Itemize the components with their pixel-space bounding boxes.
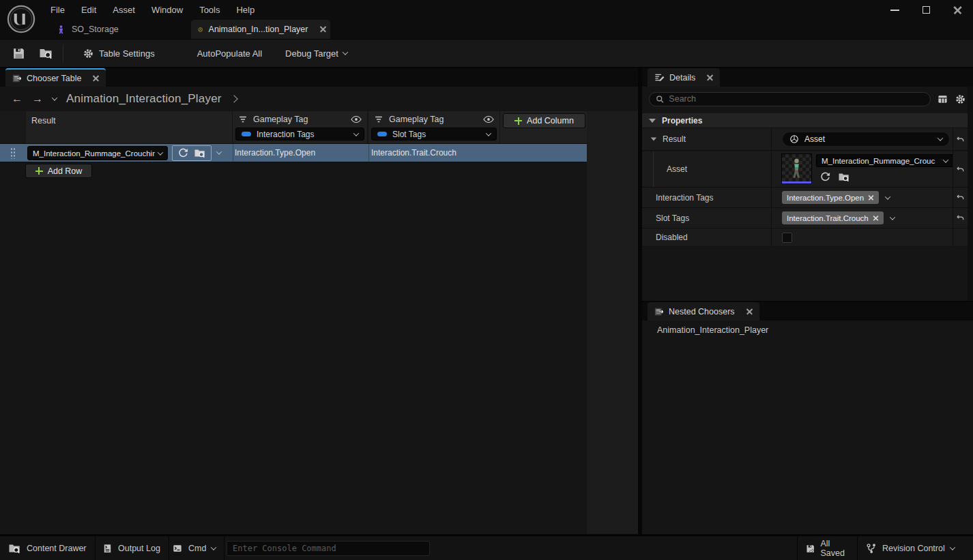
search-input[interactable]	[669, 94, 924, 104]
add-column-button[interactable]: Add Column	[503, 113, 585, 128]
gameplay-tag-column-1: Gameplay Tag Interaction Tags	[233, 111, 367, 143]
revert-icon[interactable]	[956, 213, 965, 222]
menu-file[interactable]: File	[42, 0, 73, 20]
menu-asset[interactable]: Asset	[104, 0, 143, 20]
minimize-icon	[890, 10, 899, 11]
nested-chooser-item[interactable]: Animation_Interaction_Player	[657, 325, 768, 335]
minimize-button[interactable]	[879, 0, 910, 20]
slot-tag-chip[interactable]: Interaction.Trait.Crouch	[782, 211, 884, 224]
row-tag-value-1: Interaction.Type.Open	[235, 148, 315, 158]
column-binding-dropdown[interactable]: Interaction Tags	[235, 128, 364, 141]
revert-icon[interactable]	[956, 135, 965, 144]
content-drawer-button[interactable]: Content Drawer	[0, 536, 96, 560]
menubar: File Edit Asset Window Tools Help	[42, 0, 263, 20]
asset-sphere-icon	[789, 134, 799, 144]
tab-chooser-table[interactable]: Chooser Table	[5, 68, 106, 87]
debug-target-label: Debug Target	[285, 48, 338, 59]
remove-tag-icon[interactable]	[873, 216, 878, 221]
revert-icon[interactable]	[956, 193, 965, 202]
titlebar: File Edit Asset Window Tools Help SO_Sto…	[0, 0, 973, 39]
search-input-wrapper	[649, 92, 931, 106]
slot-tags-label: Slot Tags	[656, 213, 689, 223]
chevron-down-icon	[938, 135, 943, 141]
result-type-dropdown[interactable]: Asset	[782, 132, 950, 147]
add-row-button[interactable]: Add Row	[25, 164, 92, 178]
tab-so-storage[interactable]: SO_Storage	[49, 20, 126, 39]
tab-details[interactable]: Details	[648, 68, 720, 87]
details-settings-gear-icon[interactable]	[955, 93, 966, 105]
autopopulate-all-button[interactable]: AutoPopulate All	[190, 43, 269, 63]
save-button[interactable]	[5, 43, 32, 63]
use-selected-asset-icon[interactable]	[819, 171, 831, 183]
chevron-down-icon	[158, 149, 163, 155]
save-status-icon	[806, 543, 815, 555]
search-icon	[656, 95, 664, 104]
all-saved-button[interactable]: All Saved	[797, 536, 857, 560]
disabled-checkbox[interactable]	[782, 233, 792, 243]
save-icon	[12, 47, 25, 60]
drag-handle-icon[interactable]	[10, 147, 16, 159]
table-row[interactable]: M_Interaction_Rummage_Crouchir Interacti…	[0, 143, 587, 162]
close-button[interactable]	[942, 0, 973, 20]
tab-animation-interaction-player[interactable]: Animation_In...tion_Player	[191, 20, 330, 39]
filter-icon	[238, 115, 248, 124]
filter-icon	[374, 115, 383, 124]
collapse-triangle-icon[interactable]	[651, 137, 657, 141]
eye-icon[interactable]	[483, 115, 494, 123]
row-expand-chevron-icon[interactable]	[216, 149, 222, 154]
cmd-dropdown-button[interactable]: Cmd	[164, 536, 224, 560]
collapse-triangle-icon	[649, 119, 656, 123]
revert-icon[interactable]	[956, 165, 965, 174]
asset-label: Asset	[667, 164, 687, 174]
chevron-down-icon[interactable]	[889, 214, 895, 220]
column-binding-label: Slot Tags	[392, 130, 426, 139]
interaction-tags-label: Interaction Tags	[656, 193, 714, 203]
menu-tools[interactable]: Tools	[191, 0, 228, 20]
properties-section-header[interactable]: Properties	[642, 113, 968, 128]
chevron-down-icon[interactable]	[885, 194, 890, 199]
asset-type-color-bar	[782, 181, 811, 183]
tab-nested-choosers[interactable]: Nested Choosers	[648, 302, 759, 321]
close-tab-icon[interactable]	[707, 74, 713, 80]
indent-guide	[653, 151, 654, 187]
nav-back-icon[interactable]: ←	[12, 93, 23, 105]
revision-control-button[interactable]: Revision Control	[857, 536, 973, 560]
history-chevron-icon[interactable]	[52, 95, 57, 100]
console-command-input[interactable]	[227, 541, 430, 556]
row-asset-dropdown[interactable]: M_Interaction_Rummage_Crouchir	[27, 146, 168, 160]
cmd-label: Cmd	[188, 544, 206, 553]
debug-target-dropdown[interactable]: Debug Target	[278, 43, 354, 63]
content-drawer-icon	[8, 543, 21, 554]
close-tab-icon[interactable]	[746, 308, 753, 314]
remove-tag-icon[interactable]	[869, 195, 874, 201]
asset-thumbnail[interactable]	[781, 153, 812, 184]
display-filter-icon[interactable]	[937, 94, 948, 104]
chooser-asset-icon	[198, 25, 203, 35]
browse-to-asset-icon[interactable]	[838, 172, 850, 182]
chevron-down-icon	[486, 130, 491, 136]
close-tab-icon[interactable]	[320, 27, 323, 33]
close-tab-icon[interactable]	[93, 75, 99, 81]
browse-to-asset-button[interactable]	[32, 43, 60, 63]
result-type-label: Asset	[804, 134, 825, 144]
eye-icon[interactable]	[351, 115, 362, 123]
details-scrollbar[interactable]	[968, 87, 973, 301]
asset-name-dropdown[interactable]: M_Interaction_Rummage_Crouc	[816, 154, 953, 167]
disabled-label: Disabled	[656, 233, 688, 242]
disabled-row: Disabled	[642, 229, 968, 247]
nav-forward-icon[interactable]: →	[32, 93, 43, 105]
add-column-label: Add Column	[527, 116, 574, 126]
menu-edit[interactable]: Edit	[73, 0, 104, 20]
revision-control-icon	[866, 543, 877, 554]
maximize-button[interactable]	[910, 0, 942, 20]
use-selected-asset-icon[interactable]	[177, 147, 189, 159]
unreal-logo	[7, 5, 35, 33]
column-binding-dropdown[interactable]: Slot Tags	[371, 128, 497, 141]
browse-to-asset-icon[interactable]	[194, 148, 206, 158]
output-log-button[interactable]: Output Log	[94, 536, 169, 560]
window-controls	[879, 0, 973, 20]
menu-window[interactable]: Window	[143, 0, 191, 20]
menu-help[interactable]: Help	[228, 0, 263, 20]
table-settings-button[interactable]: Table Settings	[76, 43, 162, 63]
interaction-tag-chip[interactable]: Interaction.Type.Open	[782, 191, 879, 204]
